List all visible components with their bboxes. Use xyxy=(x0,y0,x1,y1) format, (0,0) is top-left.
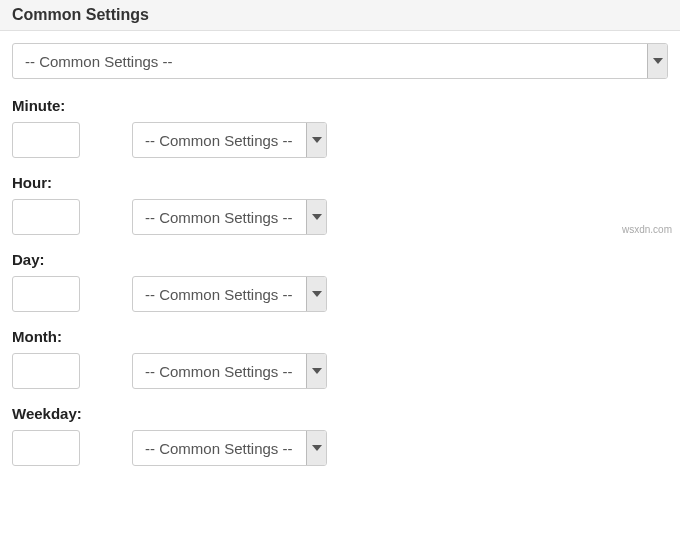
chevron-down-icon xyxy=(306,123,326,157)
month-group: Month: -- Common Settings -- xyxy=(12,328,668,389)
hour-common-select-value: -- Common Settings -- xyxy=(133,209,306,226)
hour-label: Hour: xyxy=(12,174,668,191)
section-header: Common Settings xyxy=(0,0,680,31)
common-settings-select-wrap: -- Common Settings -- xyxy=(12,43,668,79)
month-row: -- Common Settings -- xyxy=(12,353,668,389)
chevron-down-icon xyxy=(306,354,326,388)
chevron-down-icon xyxy=(306,277,326,311)
day-group: Day: -- Common Settings -- xyxy=(12,251,668,312)
day-label: Day: xyxy=(12,251,668,268)
hour-input[interactable] xyxy=(12,199,80,235)
weekday-common-select-value: -- Common Settings -- xyxy=(133,440,306,457)
minute-row: -- Common Settings -- xyxy=(12,122,668,158)
day-row: -- Common Settings -- xyxy=(12,276,668,312)
common-settings-select-value: -- Common Settings -- xyxy=(13,53,647,70)
hour-common-select[interactable]: -- Common Settings -- xyxy=(132,199,327,235)
hour-group: Hour: -- Common Settings -- xyxy=(12,174,668,235)
chevron-down-icon xyxy=(647,44,667,78)
weekday-row: -- Common Settings -- xyxy=(12,430,668,466)
hour-row: -- Common Settings -- xyxy=(12,199,668,235)
weekday-label: Weekday: xyxy=(12,405,668,422)
month-common-select-value: -- Common Settings -- xyxy=(133,363,306,380)
chevron-down-icon xyxy=(306,431,326,465)
day-common-select[interactable]: -- Common Settings -- xyxy=(132,276,327,312)
weekday-input[interactable] xyxy=(12,430,80,466)
minute-label: Minute: xyxy=(12,97,668,114)
day-common-select-value: -- Common Settings -- xyxy=(133,286,306,303)
month-input[interactable] xyxy=(12,353,80,389)
common-settings-select[interactable]: -- Common Settings -- xyxy=(12,43,668,79)
minute-group: Minute: -- Common Settings -- xyxy=(12,97,668,158)
minute-common-select-value: -- Common Settings -- xyxy=(133,132,306,149)
minute-common-select[interactable]: -- Common Settings -- xyxy=(132,122,327,158)
weekday-group: Weekday: -- Common Settings -- xyxy=(12,405,668,466)
day-input[interactable] xyxy=(12,276,80,312)
month-common-select[interactable]: -- Common Settings -- xyxy=(132,353,327,389)
month-label: Month: xyxy=(12,328,668,345)
minute-input[interactable] xyxy=(12,122,80,158)
weekday-common-select[interactable]: -- Common Settings -- xyxy=(132,430,327,466)
chevron-down-icon xyxy=(306,200,326,234)
section-title: Common Settings xyxy=(12,6,149,23)
settings-panel: -- Common Settings -- Minute: -- Common … xyxy=(0,31,680,494)
